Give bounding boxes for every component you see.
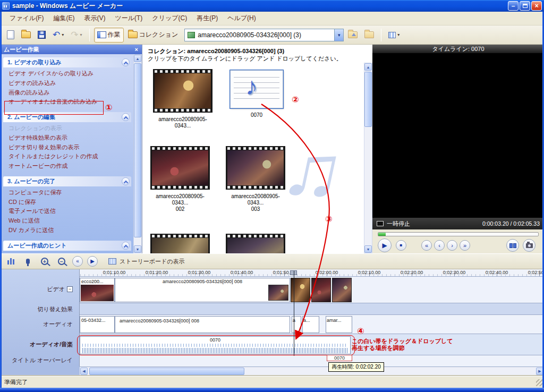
- timeline-audio-clip[interactable]: amar...: [326, 316, 352, 333]
- task-view-video-transitions[interactable]: ビデオ切り替え効果の表示: [8, 144, 130, 151]
- scroll-up-button[interactable]: ▲: [134, 55, 141, 62]
- task-capture-from-device[interactable]: ビデオ デバイスからの取り込み: [8, 70, 130, 78]
- scrollbar-thumb[interactable]: [89, 368, 244, 375]
- play-timeline-button[interactable]: ▶: [87, 256, 98, 267]
- zoom-in-button[interactable]: +: [38, 255, 51, 268]
- stop-button[interactable]: ■: [396, 240, 406, 251]
- audio-levels-button[interactable]: [4, 255, 17, 268]
- collection-clip-video-3[interactable]: amarecco20080905-0343... 003: [226, 146, 285, 212]
- collections-button[interactable]: コレクション: [125, 28, 181, 42]
- close-icon: ×: [534, 3, 538, 9]
- rewind-button[interactable]: «: [421, 240, 432, 251]
- tasks-pane-close-button[interactable]: ×: [135, 46, 138, 53]
- collapse-chevron-icon[interactable]: [122, 113, 130, 121]
- timeline-audio-clip-main[interactable]: amarecco20080905-034326[000] 008: [115, 316, 290, 333]
- menu-view[interactable]: 表示(V): [80, 12, 109, 24]
- play-button[interactable]: ▶: [378, 238, 392, 252]
- minimize-button[interactable]: –: [508, 1, 518, 11]
- timeline-video-clip-partial[interactable]: ecco200...: [80, 278, 115, 302]
- task-make-titles-credits[interactable]: タイトルまたはクレジットの作成: [8, 153, 130, 160]
- undo-button[interactable]: ↶▾: [50, 28, 66, 42]
- menu-clip[interactable]: クリップ(C): [148, 12, 191, 24]
- collection-clip-video-5[interactable]: [226, 234, 285, 253]
- toolbar-separator: [89, 29, 90, 41]
- collection-clip-video-2[interactable]: amarecco20080905-0343... 002: [150, 146, 210, 212]
- collection-combobox[interactable]: amarecco20080905-034326[000] (3) ▾: [184, 29, 344, 41]
- audio-music-track[interactable]: 0070: [80, 334, 544, 355]
- previous-frame-button[interactable]: ‹: [434, 240, 445, 251]
- fast-forward-button[interactable]: »: [460, 240, 470, 251]
- transition-track[interactable]: [80, 303, 544, 315]
- storyboard-toggle-button[interactable]: ストーリーボードの表示: [104, 256, 189, 267]
- new-collection-button[interactable]: [362, 28, 377, 42]
- title-overlay-track[interactable]: [80, 355, 544, 367]
- rewind-timeline-button[interactable]: «: [72, 256, 83, 267]
- playhead[interactable]: [294, 271, 294, 356]
- timeline-video-clip[interactable]: [332, 278, 352, 302]
- collection-clip-audio-0070[interactable]: ♪ 0070: [229, 70, 284, 118]
- take-picture-button[interactable]: [523, 239, 536, 252]
- maximize-button[interactable]: [520, 1, 530, 11]
- timeline-audio-clip-partial[interactable]: 05-03432...: [80, 316, 115, 333]
- save-project-button[interactable]: [35, 28, 48, 42]
- collection-clip-video-1[interactable]: amarecco20080905-0343...: [153, 69, 212, 129]
- timeline-audio-clip[interactable]: a...: [302, 316, 319, 333]
- section-header-capture-video[interactable]: 1. ビデオの取り込み: [3, 57, 131, 67]
- open-project-button[interactable]: [19, 28, 33, 42]
- collection-clip-video-4[interactable]: [150, 234, 210, 253]
- task-make-automovie[interactable]: オートムービーの作成: [8, 163, 130, 170]
- audio-track[interactable]: 05-03432... amarecco20080905-034326[000]…: [80, 315, 544, 334]
- split-clip-button[interactable]: [506, 239, 519, 252]
- task-save-to-cd[interactable]: CD に保存: [8, 199, 130, 206]
- task-import-pictures[interactable]: 画像の読み込み: [8, 89, 130, 97]
- collapse-chevron-icon[interactable]: [122, 58, 130, 66]
- zoom-out-button[interactable]: −: [55, 255, 68, 268]
- up-one-level-button[interactable]: [345, 28, 360, 42]
- collapse-chevron-icon[interactable]: [122, 177, 130, 185]
- collapse-chevron-icon[interactable]: [122, 242, 130, 250]
- scrollbar-thumb[interactable]: [364, 72, 372, 127]
- views-button[interactable]: ▾: [386, 28, 402, 42]
- section-header-finish-movie[interactable]: 3. ムービーの完了: [3, 176, 131, 186]
- scroll-up-button[interactable]: ▲: [364, 63, 372, 71]
- scroll-down-button[interactable]: ▼: [364, 245, 372, 253]
- new-project-button[interactable]: [4, 28, 17, 42]
- menu-play[interactable]: 再生(P): [192, 12, 222, 24]
- scroll-left-button[interactable]: ◀: [80, 368, 88, 375]
- task-save-to-computer[interactable]: コンピュータに保存: [8, 189, 130, 197]
- task-send-web[interactable]: Web に送信: [8, 217, 130, 225]
- close-button[interactable]: ×: [531, 1, 542, 11]
- scrollbar-thumb[interactable]: [134, 63, 141, 237]
- collection-scrollbar[interactable]: ▲ ▼: [364, 63, 372, 253]
- tasks-pane-scrollbar[interactable]: ▲ ▼: [133, 54, 142, 253]
- task-send-email[interactable]: 電子メールで送信: [8, 208, 130, 215]
- timeline-scrollbar[interactable]: ◀ ▶: [80, 367, 544, 376]
- timeline-video-clip-main[interactable]: amarecco20080905-034326[000] 008: [115, 278, 290, 302]
- combobox-dropdown-button[interactable]: ▾: [334, 29, 343, 41]
- tasks-button[interactable]: 作業: [94, 28, 124, 42]
- section-header-movie-tips[interactable]: ムービー作成のヒント: [3, 241, 131, 251]
- task-view-video-effects[interactable]: ビデオ特殊効果の表示: [8, 134, 130, 142]
- timeline-video-clip[interactable]: [311, 278, 331, 302]
- collapse-video-track-button[interactable]: −: [67, 286, 73, 292]
- timeline-ruler[interactable]: 0:01:10.00 0:01:20.00 0:01:30.00 0:01:40…: [80, 269, 544, 277]
- menu-edit[interactable]: 編集(E): [49, 12, 79, 24]
- task-import-audio-or-music[interactable]: オーディオまたは音楽の読み込み: [8, 98, 130, 106]
- menu-file[interactable]: ファイル(F): [5, 12, 48, 24]
- redo-button[interactable]: ↷▾: [68, 28, 84, 42]
- storyboard-grid-icon: [108, 258, 116, 265]
- seek-bar[interactable]: [378, 232, 539, 236]
- folder-up-icon: [348, 31, 358, 38]
- task-import-video[interactable]: ビデオの読み込み: [8, 80, 130, 87]
- next-frame-button[interactable]: ›: [447, 240, 457, 251]
- task-send-dv-camera[interactable]: DV カメラに送信: [8, 227, 130, 234]
- clip-thumbnail: [81, 285, 114, 301]
- narrate-timeline-button[interactable]: [21, 255, 34, 268]
- timeline-music-clip-0070[interactable]: 0070: [80, 336, 351, 354]
- menu-tools[interactable]: ツール(T): [110, 12, 147, 24]
- timeline-audio-clip[interactable]: a: [292, 316, 301, 333]
- menu-help[interactable]: ヘルプ(H): [223, 12, 260, 24]
- section-header-edit-movie[interactable]: 2. ムービーの編集: [3, 112, 131, 122]
- scroll-down-button[interactable]: ▼: [134, 245, 141, 253]
- video-track[interactable]: ecco200... amarecco20080905-034326[000] …: [80, 277, 544, 303]
